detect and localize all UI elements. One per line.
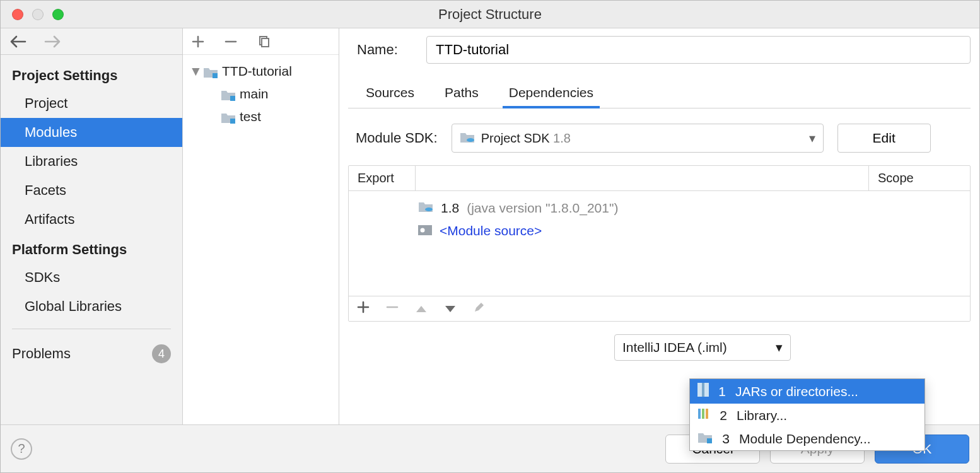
chevron-down-icon: ▾ bbox=[809, 131, 815, 146]
table-row[interactable]: 1.8 (java version "1.8.0_201") bbox=[349, 196, 970, 219]
source-icon bbox=[418, 223, 432, 238]
svg-rect-14 bbox=[707, 438, 712, 443]
window-title: Project Structure bbox=[1, 6, 979, 23]
module-folder-icon bbox=[697, 431, 713, 447]
module-folder-icon bbox=[221, 88, 235, 100]
tree-root-label: TTD-tutorial bbox=[222, 64, 292, 79]
sidebar-item-facets[interactable]: Facets bbox=[1, 176, 182, 205]
col-export[interactable]: Export bbox=[349, 166, 416, 190]
tab-paths[interactable]: Paths bbox=[442, 80, 481, 108]
sidebar-item-artifacts[interactable]: Artifacts bbox=[1, 205, 182, 234]
module-sdk-select[interactable]: Project SDK 1.8 ▾ bbox=[452, 124, 824, 153]
format-value: IntelliJ IDEA (.iml) bbox=[622, 340, 727, 355]
svg-rect-11 bbox=[698, 409, 701, 419]
popup-num: 3 bbox=[720, 431, 732, 447]
chevron-down-icon[interactable]: ▼ bbox=[189, 64, 198, 79]
module-folder-icon bbox=[203, 66, 217, 77]
titlebar: Project Structure bbox=[1, 1, 979, 28]
module-tree: ▼ TTD-tutorial main test bbox=[183, 55, 339, 133]
table-header: Export Scope bbox=[349, 166, 970, 191]
col-scope[interactable]: Scope bbox=[869, 166, 970, 190]
popup-label: Module Dependency... bbox=[739, 431, 871, 447]
svg-rect-13 bbox=[706, 409, 708, 419]
tab-sources[interactable]: Sources bbox=[363, 80, 417, 108]
sidebar-list: Project Settings Project Modules Librari… bbox=[1, 55, 182, 424]
archive-icon bbox=[697, 383, 709, 400]
module-tabs: Sources Paths Dependencies bbox=[348, 80, 971, 108]
svg-rect-2 bbox=[213, 73, 218, 78]
table-row[interactable]: <Module source> bbox=[349, 219, 970, 242]
svg-point-6 bbox=[425, 207, 433, 211]
sidebar-nav bbox=[1, 28, 182, 55]
popup-num: 1 bbox=[716, 384, 728, 399]
module-tree-panel: ▼ TTD-tutorial main test bbox=[183, 28, 339, 424]
sdk-row: Module SDK: Project SDK 1.8 ▾ Edit bbox=[348, 108, 971, 165]
popup-num: 2 bbox=[718, 408, 729, 423]
svg-point-5 bbox=[467, 138, 474, 142]
tree-root[interactable]: ▼ TTD-tutorial bbox=[183, 60, 339, 83]
project-structure-window: Project Structure Project Settings Proje… bbox=[0, 0, 980, 473]
dependencies-table: Export Scope 1.8 (java version "1.8.0_20… bbox=[348, 165, 971, 322]
help-icon[interactable]: ? bbox=[11, 438, 32, 460]
tree-child-label: test bbox=[240, 109, 261, 124]
tree-child[interactable]: main bbox=[183, 83, 339, 105]
svg-rect-4 bbox=[230, 119, 235, 124]
chevron-down-icon: ▾ bbox=[776, 340, 783, 355]
edit-dependency-icon bbox=[474, 301, 485, 316]
add-icon[interactable] bbox=[190, 34, 206, 49]
name-label: Name: bbox=[348, 42, 412, 58]
java-folder-icon bbox=[460, 131, 475, 146]
svg-rect-7 bbox=[418, 225, 432, 235]
move-down-icon[interactable] bbox=[445, 301, 456, 316]
popup-label: JARs or directories... bbox=[735, 384, 858, 399]
remove-dependency-icon bbox=[387, 301, 398, 316]
sidebar-item-problems[interactable]: Problems 4 bbox=[1, 337, 182, 371]
copy-icon[interactable] bbox=[256, 34, 271, 49]
library-icon bbox=[697, 407, 710, 423]
forward-icon bbox=[44, 33, 61, 50]
tree-child[interactable]: test bbox=[183, 105, 339, 128]
svg-rect-3 bbox=[230, 96, 235, 101]
edit-sdk-button[interactable]: Edit bbox=[837, 124, 931, 153]
body: Project Settings Project Modules Librari… bbox=[1, 28, 979, 424]
detail-inner: Name: Sources Paths Dependencies Module … bbox=[339, 28, 979, 424]
svg-point-8 bbox=[421, 228, 425, 233]
popup-item-library[interactable]: 2 Library... bbox=[690, 404, 925, 427]
format-row: IntelliJ IDEA (.iml) ▾ bbox=[348, 322, 971, 361]
sidebar-category: Project Settings bbox=[1, 60, 182, 89]
sidebar-item-sdks[interactable]: SDKs bbox=[1, 263, 182, 292]
tab-dependencies[interactable]: Dependencies bbox=[506, 80, 596, 108]
java-folder-icon bbox=[418, 200, 433, 216]
problems-count-badge: 4 bbox=[152, 344, 171, 363]
left-sidebar: Project Settings Project Modules Librari… bbox=[1, 28, 183, 424]
detail-panel: Name: Sources Paths Dependencies Module … bbox=[339, 28, 979, 424]
remove-icon[interactable] bbox=[223, 34, 238, 49]
popup-label: Library... bbox=[737, 408, 787, 423]
back-icon[interactable] bbox=[9, 33, 27, 50]
tree-toolbar bbox=[183, 28, 339, 55]
popup-item-jars[interactable]: 1 JARs or directories... bbox=[690, 379, 925, 404]
divider bbox=[12, 329, 171, 329]
svg-rect-12 bbox=[702, 409, 704, 419]
popup-item-module-dependency[interactable]: 3 Module Dependency... bbox=[690, 427, 925, 450]
col-name bbox=[416, 166, 869, 190]
dep-name: 1.8 bbox=[441, 201, 459, 216]
name-row: Name: bbox=[348, 36, 971, 64]
sidebar-category: Platform Settings bbox=[1, 234, 182, 263]
module-folder-icon bbox=[221, 111, 235, 122]
dependency-toolbar bbox=[349, 296, 970, 321]
svg-rect-10 bbox=[702, 383, 704, 397]
move-up-icon bbox=[416, 301, 427, 316]
sidebar-item-project[interactable]: Project bbox=[1, 89, 182, 118]
sidebar-item-global-libraries[interactable]: Global Libraries bbox=[1, 292, 182, 321]
problems-label: Problems bbox=[12, 346, 71, 362]
format-select[interactable]: IntelliJ IDEA (.iml) ▾ bbox=[614, 334, 791, 361]
dep-suffix: (java version "1.8.0_201") bbox=[467, 201, 618, 216]
module-name-input[interactable] bbox=[426, 36, 971, 64]
module-sdk-label: Module SDK: bbox=[356, 130, 438, 146]
sidebar-item-libraries[interactable]: Libraries bbox=[1, 147, 182, 176]
sidebar-item-modules[interactable]: Modules bbox=[1, 118, 182, 147]
add-dependency-icon[interactable] bbox=[358, 301, 369, 316]
dep-name: <Module source> bbox=[440, 223, 542, 238]
tree-child-label: main bbox=[240, 86, 269, 102]
